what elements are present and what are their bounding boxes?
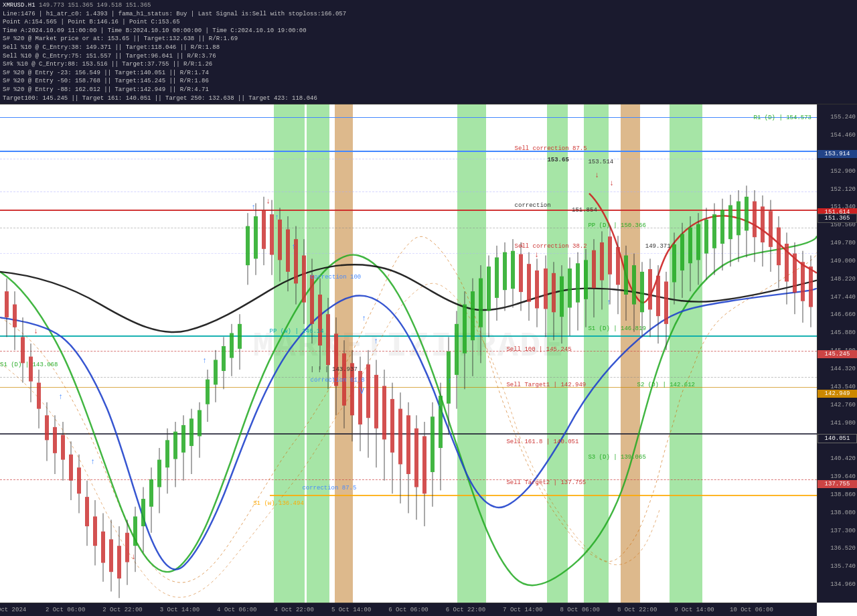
- sell-correction-382: Sell correction 38.2: [515, 243, 587, 250]
- price-145880: 145.880: [830, 329, 856, 336]
- svg-rect-125: [503, 252, 507, 291]
- ppw-label: PP (w) | 146.14: [270, 328, 324, 335]
- svg-rect-25: [101, 532, 105, 563]
- time-7oct-14: 7 Oct 14:00: [503, 607, 542, 613]
- correction-618: correction 61.8: [311, 377, 365, 384]
- info-line9: S# %20 @ Entry -23: 156.549 || Target:14…: [3, 69, 854, 78]
- sell-1618: Sell 161.8 | 140.051: [506, 439, 578, 445]
- price-144320: 144.320: [830, 366, 856, 372]
- svg-rect-101: [406, 415, 410, 474]
- sell-100-label: Sell 100 | 145.245: [506, 346, 571, 353]
- svg-rect-197: [793, 254, 797, 293]
- svg-rect-119: [479, 279, 483, 327]
- price-badge-153914: 153.914: [817, 150, 857, 158]
- correction-100-label: correction 100: [311, 274, 362, 281]
- svg-rect-123: [495, 257, 499, 297]
- s2-d-label: S2 (D) | 142.612: [637, 382, 695, 388]
- svg-rect-103: [414, 429, 418, 487]
- price-badge-145245: 145.245: [817, 350, 857, 358]
- svg-text:↑: ↑: [58, 392, 63, 402]
- svg-rect-137: [552, 273, 556, 312]
- svg-rect-143: [576, 263, 580, 302]
- svg-rect-79: [318, 295, 322, 345]
- svg-rect-117: [471, 291, 475, 340]
- svg-rect-179: [720, 210, 724, 244]
- svg-rect-81: [326, 314, 330, 365]
- price-135740: 135.740: [830, 563, 856, 570]
- svg-rect-159: [640, 272, 644, 312]
- time-4oct-22: 4 Oct 22:00: [274, 607, 313, 613]
- svg-rect-9: [37, 383, 41, 409]
- info-line12: Target100: 145.245 || Target 161: 140.05…: [3, 94, 854, 103]
- info-line8: S#k %10 @ C_Entry:88: 153.516 || Target:…: [3, 60, 854, 69]
- price-142760: 142.760: [830, 402, 856, 408]
- price-154460: 154.460: [830, 132, 856, 139]
- price-137300: 137.300: [830, 528, 856, 534]
- price-badge-140051: 140.051: [817, 434, 857, 443]
- svg-rect-35: [141, 499, 145, 526]
- svg-rect-189: [761, 206, 765, 242]
- price-148220: 148.220: [830, 276, 856, 283]
- svg-rect-37: [149, 479, 153, 507]
- svg-rect-131: [527, 264, 531, 302]
- svg-rect-75: [302, 256, 306, 303]
- svg-rect-147: [592, 250, 596, 289]
- sell-correction-875-right: Sell correction 87.5: [515, 145, 587, 152]
- svg-rect-7: [29, 357, 33, 382]
- svg-rect-29: [117, 546, 121, 579]
- price-141980: 141.980: [830, 420, 856, 427]
- svg-text:↑: ↑: [362, 314, 366, 323]
- svg-rect-139: [560, 277, 564, 317]
- time-2oct-06: 2 Oct 06:00: [46, 607, 85, 613]
- symbol-title: XMRUSD.H1: [3, 2, 35, 9]
- svg-rect-31: [125, 533, 129, 562]
- time-4oct-06: 4 Oct 06:00: [217, 607, 256, 613]
- s1w-label: S1 (w) 136.494: [253, 500, 304, 507]
- label-143937: | | | 143.937: [311, 366, 358, 373]
- svg-rect-187: [753, 202, 757, 238]
- price-152900: 152.900: [830, 168, 856, 175]
- svg-text:↓: ↓: [33, 327, 38, 337]
- svg-rect-149: [600, 242, 604, 281]
- svg-rect-199: [801, 262, 805, 301]
- price-150560: 150.560: [830, 222, 856, 228]
- label-153514: 153.514: [588, 159, 613, 165]
- svg-rect-13: [53, 427, 57, 453]
- svg-rect-23: [93, 516, 97, 546]
- v-symbol: V: [360, 387, 364, 396]
- price-152120: 152.120: [830, 186, 856, 193]
- svg-rect-43: [173, 432, 177, 459]
- svg-rect-21: [85, 497, 89, 526]
- info-line10: S# %20 @ Entry -50: 158.768 || Target:14…: [3, 77, 854, 86]
- svg-rect-3: [13, 305, 17, 327]
- svg-rect-115: [463, 305, 467, 354]
- info-line5: S# %20 @ Market price or at: 153.65 || T…: [3, 35, 854, 44]
- time-8oct-22: 8 Oct 22:00: [617, 607, 657, 613]
- svg-rect-67: [270, 214, 274, 254]
- svg-text:↓: ↓: [609, 179, 614, 188]
- svg-text:↑: ↑: [90, 458, 95, 467]
- svg-text:↓: ↓: [595, 171, 599, 180]
- svg-rect-165: [664, 282, 668, 324]
- s1-d-left: S1 (D) | 143.068: [0, 362, 58, 368]
- svg-rect-135: [544, 268, 548, 309]
- svg-rect-141: [568, 268, 572, 307]
- svg-rect-69: [278, 220, 282, 260]
- price-138080: 138.080: [830, 510, 856, 516]
- info-line11: S# %20 @ Entry -88: 162.012 || Target:14…: [3, 86, 854, 94]
- sell-target1: Sell Target1 | 142.949: [506, 382, 586, 388]
- info-line6: Sell %10 @ C_Entry:38: 149.371 || Target…: [3, 44, 854, 52]
- info-line3: Point A:154.565 | Point B:146.16 | Point…: [3, 18, 854, 27]
- svg-rect-99: [398, 409, 402, 465]
- svg-rect-17: [69, 455, 73, 481]
- svg-rect-121: [487, 266, 491, 311]
- price-149000: 149.000: [830, 258, 856, 264]
- svg-rect-185: [745, 197, 749, 231]
- price-badge-137755: 137.755: [817, 480, 857, 488]
- svg-rect-91: [366, 364, 370, 418]
- svg-rect-181: [728, 205, 732, 239]
- svg-rect-153: [616, 247, 620, 285]
- svg-rect-27: [109, 539, 113, 572]
- label-149371: 149.371: [645, 243, 671, 250]
- pp-d-label: PP (D) | 150.366: [588, 222, 645, 229]
